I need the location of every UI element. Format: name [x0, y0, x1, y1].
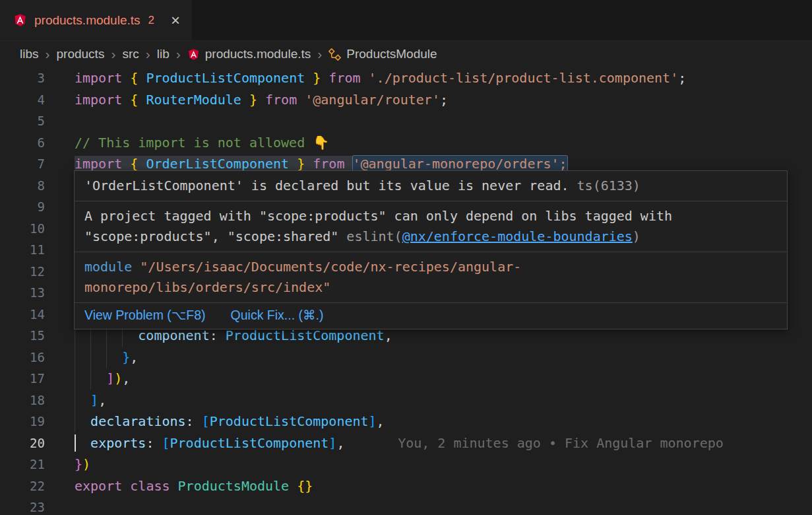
hover-text: ts(6133) [577, 178, 640, 193]
hover-action-bar: View Problem (⌥F8)Quick Fix... (⌘.) [75, 303, 787, 329]
line-number: 11 [0, 239, 45, 261]
line-content[interactable]: ], [75, 390, 812, 411]
line-content[interactable]: ]), [75, 368, 812, 390]
text-cursor [75, 434, 76, 452]
line-content[interactable]: }, [75, 347, 812, 368]
line-number: 17 [0, 368, 45, 390]
tab-title: products.module.ts [34, 13, 141, 28]
angular-icon [13, 13, 27, 27]
hover-section: A project tagged with "scope:products" c… [75, 201, 787, 252]
line-content[interactable] [75, 110, 812, 132]
line-number: 21 [0, 454, 45, 475]
breadcrumb-separator: › [176, 46, 181, 62]
code-text: ], [75, 392, 106, 408]
line-content[interactable] [75, 497, 812, 515]
code-line-22: 22export class ProductsModule {} [0, 475, 812, 497]
indent-guide [75, 347, 75, 368]
class-symbol-icon [328, 48, 341, 61]
line-number: 14 [0, 304, 45, 326]
breadcrumb: libs›products›src›lib›products.module.ts… [0, 41, 812, 67]
line-number: 4 [0, 89, 45, 111]
hover-text-line: A project tagged with "scope:products" c… [84, 206, 777, 226]
line-content[interactable]: // This import is not allowed 👇 [75, 132, 812, 154]
hover-text [132, 259, 140, 275]
breadcrumb-label: products.module.ts [205, 47, 311, 61]
code-line-18: 18 ], [0, 390, 812, 411]
hover-text-line: 'OrderListComponent' is declared but its… [84, 176, 777, 196]
hover-text: "/Users/isaac/Documents/code/nx-recipes/… [140, 259, 521, 275]
line-number: 5 [0, 110, 45, 132]
breadcrumb-item-productsmodule[interactable]: ProductsModule [328, 47, 437, 61]
code-line-21: 21}) [0, 454, 812, 475]
line-content[interactable]: declarations: [ProductListComponent], [75, 411, 812, 432]
tab-problems-badge: 2 [148, 14, 154, 27]
hover-section: module "/Users/isaac/Documents/code/nx-r… [75, 252, 787, 303]
breadcrumb-label: src [122, 47, 139, 61]
hover-text: monorepo/libs/orders/src/index" [84, 279, 330, 295]
code-line-17: 17 ]), [0, 368, 812, 390]
hover-text-line: "scope:products", "scope:shared" eslint(… [84, 226, 777, 247]
code-line-6: 6// This import is not allowed 👇 [0, 132, 812, 154]
line-content[interactable]: import { ProductListComponent } from './… [75, 67, 812, 89]
view-problem-action[interactable]: View Problem (⌥F8) [84, 308, 206, 323]
line-number: 22 [0, 475, 45, 497]
breadcrumb-item-products-module-ts[interactable]: products.module.ts [187, 47, 311, 61]
code-line-19: 19 declarations: [ProductListComponent], [0, 411, 812, 432]
line-number: 15 [0, 325, 45, 347]
line-number: 13 [0, 282, 45, 304]
breadcrumb-label: products [57, 47, 105, 61]
tab-products-module-ts[interactable]: products.module.ts 2 × [0, 0, 191, 40]
line-content[interactable]: exports: [ProductListComponent],You, 2 m… [75, 432, 812, 454]
line-number: 16 [0, 347, 45, 368]
line-number: 7 [0, 153, 45, 175]
indent-guide [75, 390, 75, 411]
line-number: 3 [0, 67, 45, 89]
code-text: }) [75, 456, 90, 472]
line-number: 18 [0, 390, 45, 411]
breadcrumb-separator: › [146, 46, 150, 62]
line-number: 19 [0, 411, 45, 432]
line-content[interactable]: import { RouterModule } from '@angular/r… [75, 89, 812, 111]
code-line-4: 4import { RouterModule } from '@angular/… [0, 89, 812, 111]
code-text: // This import is not allowed 👇 [75, 135, 329, 151]
breadcrumb-label: libs [20, 47, 39, 61]
hover-section: 'OrderListComponent' is declared but its… [75, 171, 787, 201]
code-text: import { ProductListComponent } from './… [75, 70, 686, 86]
line-content[interactable]: export class ProductsModule {} [75, 475, 812, 497]
line-number: 8 [0, 175, 45, 197]
close-icon[interactable]: × [171, 13, 180, 28]
hover-diagnostics: 'OrderListComponent' is declared but its… [75, 171, 787, 303]
code-text: ]), [75, 370, 130, 386]
breadcrumb-item-libs[interactable]: libs [20, 47, 39, 61]
hover-text-line: module "/Users/isaac/Documents/code/nx-r… [84, 257, 777, 277]
breadcrumb-item-products[interactable]: products [57, 47, 105, 61]
code-line-23: 23 [0, 497, 812, 515]
code-text: import { OrderListComponent } from '@ang… [75, 156, 567, 172]
line-content[interactable]: }) [75, 454, 812, 475]
quick-fix-action[interactable]: Quick Fix... (⌘.) [231, 308, 324, 323]
line-number: 23 [0, 497, 45, 515]
angular-file-icon [187, 48, 200, 61]
indent-guide [90, 347, 91, 368]
hover-text-line: monorepo/libs/orders/src/index" [84, 277, 777, 298]
eslint-rule-link[interactable]: @nx/enforce-module-boundaries [402, 228, 633, 244]
indent-guide [75, 411, 75, 432]
hover-popup: 'OrderListComponent' is declared but its… [74, 170, 788, 329]
tab-bar: products.module.ts 2 × [0, 0, 812, 41]
hover-text: ) [633, 228, 640, 244]
breadcrumb-item-src[interactable]: src [122, 47, 139, 61]
indent-guide [75, 368, 75, 390]
breadcrumb-separator: › [46, 46, 50, 62]
editor[interactable]: 3import { ProductListComponent } from '.… [0, 67, 812, 515]
hover-text: 'OrderListComponent' is declared but its… [84, 178, 577, 193]
code-text: exports: [ProductListComponent], [75, 435, 344, 451]
code-line-16: 16 }, [0, 347, 812, 368]
indent-guide [90, 368, 91, 390]
hover-text: eslint( [346, 228, 402, 244]
breadcrumb-separator: › [111, 46, 115, 62]
line-number: 12 [0, 261, 45, 283]
breadcrumb-item-lib[interactable]: lib [157, 47, 170, 61]
code-text: import { RouterModule } from '@angular/r… [75, 92, 448, 108]
breadcrumb-separator: › [317, 46, 322, 62]
vscode-window: products.module.ts 2 × libs›products›src… [0, 0, 812, 515]
